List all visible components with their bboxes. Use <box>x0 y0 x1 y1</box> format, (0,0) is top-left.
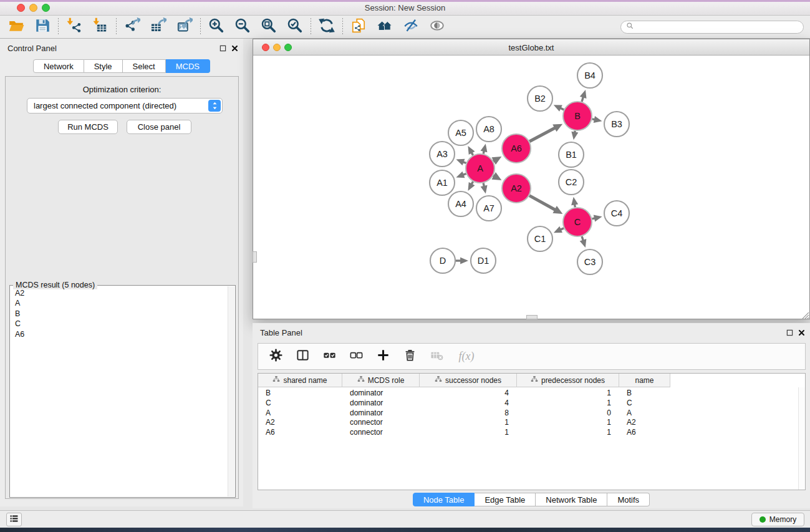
table-cell[interactable]: connector <box>342 418 420 428</box>
graph-edge-D-D1[interactable] <box>456 257 468 264</box>
birdseye-toggle-bottom[interactable] <box>526 315 538 319</box>
graph-node-A8[interactable]: A8 <box>476 117 501 142</box>
birdseye-toggle-left[interactable] <box>253 251 257 263</box>
search-input[interactable] <box>637 22 798 31</box>
mcds-result-item[interactable]: A6 <box>10 329 227 339</box>
mcds-result-item[interactable]: B <box>10 309 227 319</box>
zoom-in-button[interactable] <box>208 18 225 36</box>
table-cell[interactable]: dominator <box>342 409 420 418</box>
deselect-all-button[interactable] <box>348 349 364 365</box>
graph-node-C3[interactable]: C3 <box>577 249 602 274</box>
graph-node-B[interactable]: B <box>563 102 592 130</box>
graph-node-B1[interactable]: B1 <box>559 142 584 167</box>
task-history-button[interactable] <box>6 513 22 526</box>
duplicate-network-button[interactable] <box>350 18 367 36</box>
run-mcds-button[interactable]: Run MCDS <box>58 120 118 134</box>
graph-edge-C-C4[interactable] <box>592 215 602 222</box>
graph-node-A4[interactable]: A4 <box>448 191 473 216</box>
tab-edge-table[interactable]: Edge Table <box>475 493 536 506</box>
graph-node-A1[interactable]: A1 <box>430 170 455 195</box>
graph-edge-A-A7[interactable] <box>481 183 488 193</box>
graph-node-A2[interactable]: A2 <box>502 174 531 203</box>
first-neighbors-button[interactable] <box>376 18 393 36</box>
show-all-button[interactable] <box>428 18 446 36</box>
graph-node-A6[interactable]: A6 <box>502 134 531 163</box>
graph-node-C4[interactable]: C4 <box>604 201 629 226</box>
open-file-button[interactable] <box>7 18 25 36</box>
table-cell[interactable]: connector <box>342 428 420 438</box>
graph-node-A5[interactable]: A5 <box>448 120 473 145</box>
delete-column-button[interactable] <box>402 349 418 365</box>
import-table-button[interactable] <box>92 18 109 36</box>
table-cell[interactable]: dominator <box>342 389 420 399</box>
graph-node-B2[interactable]: B2 <box>528 86 552 111</box>
tab-select[interactable]: Select <box>123 59 166 73</box>
table-cell[interactable]: 0 <box>517 409 619 418</box>
graph-edge-A-A1[interactable] <box>456 172 466 178</box>
graph-edge-A2-C[interactable] <box>529 196 562 214</box>
graph-edge-C-C1[interactable] <box>554 226 564 233</box>
table-cell[interactable]: 1 <box>420 418 517 428</box>
close-panel-button[interactable]: Close panel <box>127 120 191 134</box>
mcds-result-item[interactable]: A2 <box>10 288 227 298</box>
graph-node-D[interactable]: D <box>430 248 455 273</box>
graph-edge-C-C3[interactable] <box>580 236 587 248</box>
tab-network[interactable]: Network <box>33 59 84 73</box>
table-scrollbar[interactable] <box>798 387 805 490</box>
graph-node-A7[interactable]: A7 <box>476 196 501 221</box>
graph-node-C[interactable]: C <box>563 208 592 236</box>
search-field[interactable] <box>620 21 804 34</box>
resize-grip-icon[interactable] <box>801 311 809 319</box>
table-cell[interactable]: C <box>619 399 670 409</box>
graph-edge-B-B4[interactable] <box>580 90 587 102</box>
graph-node-B4[interactable]: B4 <box>577 63 602 88</box>
save-session-button[interactable] <box>34 18 51 36</box>
graph-edge-B-B3[interactable] <box>592 116 602 123</box>
graph-edge-B-B1[interactable] <box>571 131 578 140</box>
graph-edge-A6-B[interactable] <box>529 124 562 142</box>
tab-style[interactable]: Style <box>84 59 123 73</box>
zoom-out-button[interactable] <box>234 18 251 36</box>
graph-edge-A-A5[interactable] <box>468 146 475 155</box>
select-all-button[interactable] <box>321 349 337 365</box>
export-network-button[interactable] <box>123 18 141 36</box>
tab-node-table[interactable]: Node Table <box>413 493 475 506</box>
table-cell[interactable]: 4 <box>420 389 517 399</box>
graph-edge-A-A3[interactable] <box>456 159 466 165</box>
column-header-shared-name[interactable]: shared name <box>258 374 342 387</box>
table-cell[interactable]: 1 <box>517 418 619 428</box>
graph-node-A[interactable]: A <box>466 154 494 183</box>
table-cell[interactable]: 1 <box>420 428 517 438</box>
import-network-button[interactable] <box>65 18 83 36</box>
mcds-result-item[interactable]: C <box>10 319 227 329</box>
graph-edge-A-A8[interactable] <box>481 143 488 153</box>
graph-node-B3[interactable]: B3 <box>604 112 629 137</box>
mcds-result-item[interactable]: A <box>10 298 227 308</box>
split-table-button[interactable] <box>294 349 311 365</box>
apply-layout-button[interactable] <box>318 18 335 36</box>
column-header-MCDS-role[interactable]: MCDS role <box>342 374 420 387</box>
export-table-button[interactable] <box>150 18 167 36</box>
table-cell[interactable]: A <box>619 409 670 418</box>
float-panel-button[interactable] <box>218 44 227 52</box>
table-cell[interactable]: A2 <box>258 418 342 428</box>
graph-node-C2[interactable]: C2 <box>559 170 584 195</box>
table-cell[interactable]: 8 <box>420 409 517 418</box>
table-cell[interactable]: B <box>258 389 342 399</box>
table-cell[interactable]: 1 <box>517 399 619 409</box>
tab-network-table[interactable]: Network Table <box>536 493 607 506</box>
float-panel-button[interactable] <box>785 328 794 337</box>
close-panel-button[interactable] <box>230 44 239 52</box>
zoom-fit-button[interactable] <box>260 18 277 36</box>
table-cell[interactable]: 1 <box>517 428 619 438</box>
table-cell[interactable]: 4 <box>420 399 517 409</box>
column-header-predecessor-nodes[interactable]: predecessor nodes <box>517 374 619 387</box>
tab-mcds[interactable]: MCDS <box>166 59 210 73</box>
graph-edge-A-A4[interactable] <box>468 181 475 191</box>
table-cell[interactable]: A6 <box>619 428 670 438</box>
memory-button[interactable]: Memory <box>751 513 804 526</box>
export-image-button[interactable] <box>176 18 193 36</box>
hide-selected-button[interactable] <box>402 18 420 36</box>
table-cell[interactable]: A2 <box>619 418 670 428</box>
graph-edge-B-B2[interactable] <box>554 105 564 112</box>
